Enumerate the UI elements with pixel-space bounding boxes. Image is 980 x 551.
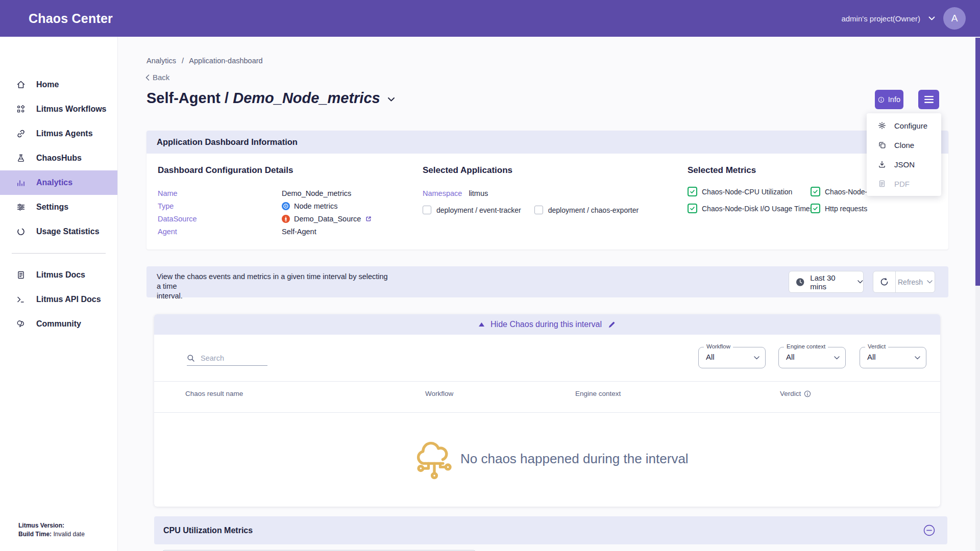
column-header-verdict: Verdict xyxy=(780,390,811,397)
sidebar-item-label: Settings xyxy=(36,203,68,212)
config-value: Demo_Node_metrics xyxy=(282,189,351,197)
chaos-events-card: Hide Chaos during this interval Workflow… xyxy=(154,314,940,507)
refresh-button[interactable] xyxy=(873,271,896,292)
verdict-filter[interactable]: Verdict All xyxy=(860,347,926,368)
external-link-icon[interactable] xyxy=(365,215,372,222)
more-menu-button[interactable] xyxy=(918,90,939,109)
checkbox-http-requests[interactable] xyxy=(811,204,820,213)
filter-value: All xyxy=(786,353,795,361)
engine-context-filter[interactable]: Engine context All xyxy=(778,347,846,368)
search-field xyxy=(187,351,267,366)
page-title: Self-Agent / Demo_Node_metrics xyxy=(146,90,395,107)
breadcrumb-analytics[interactable]: Analytics xyxy=(146,57,176,65)
chaos-center-app: Chaos Center admin's project(Owner) A Ho… xyxy=(0,0,980,551)
checkbox-label: deployment / event-tracker xyxy=(436,206,521,214)
menu-item-label: Configure xyxy=(894,121,927,130)
sidebar-item-litmus-agents[interactable]: Litmus Agents xyxy=(0,121,117,146)
search-icon xyxy=(187,354,195,362)
filter-value: All xyxy=(867,353,876,361)
checkbox-label: Chaos-Node-CPU Utilization xyxy=(702,188,792,196)
title-chevron-down-icon[interactable] xyxy=(387,97,395,102)
info-button[interactable]: Info xyxy=(875,90,903,109)
sidebar-divider xyxy=(12,253,106,254)
clock-icon xyxy=(796,278,804,287)
checkbox-cpu-utilization[interactable] xyxy=(688,187,697,196)
back-button[interactable]: Back xyxy=(145,73,169,82)
sidebar-item-litmus-docs[interactable]: Litmus Docs xyxy=(0,263,117,287)
column-header-label: Verdict xyxy=(780,390,801,397)
sidebar-item-home[interactable]: Home xyxy=(0,72,117,97)
config-row-agent: Agent Self-Agent xyxy=(158,225,372,238)
sidebar-item-analytics[interactable]: Analytics xyxy=(0,170,117,195)
edit-pencil-icon[interactable] xyxy=(608,321,616,329)
config-value: Node metrics xyxy=(294,202,337,210)
breadcrumb-separator: / xyxy=(182,57,184,65)
time-range-value: Last 30 mins xyxy=(810,273,852,291)
checkbox-chaos-exporter[interactable] xyxy=(534,206,543,214)
refresh-split-button: Refresh xyxy=(873,271,935,293)
dashboard-name: Demo_Node_metrics xyxy=(233,90,380,106)
checkbox-disk-io-times[interactable] xyxy=(688,204,697,213)
chevron-down-icon xyxy=(754,356,760,360)
sidebar-item-label: Litmus Docs xyxy=(36,270,85,280)
scrollbar-thumb[interactable] xyxy=(975,38,980,286)
chevron-down-icon xyxy=(915,356,920,360)
community-chat-icon xyxy=(16,319,26,329)
sliders-icon xyxy=(16,202,26,212)
node-metrics-icon xyxy=(282,202,290,210)
copy-icon xyxy=(878,141,886,149)
download-icon xyxy=(878,160,886,168)
build-time-value: Invalid date xyxy=(53,531,84,538)
prometheus-icon xyxy=(282,215,290,223)
menu-item-clone[interactable]: Clone xyxy=(867,135,941,155)
checkbox-disk-io-rw[interactable] xyxy=(811,187,820,196)
refresh-rate-dropdown[interactable]: Refresh xyxy=(896,278,935,286)
checkbox-event-tracker[interactable] xyxy=(423,206,431,214)
project-selector-label[interactable]: admin's project(Owner) xyxy=(841,14,920,23)
sidebar-item-label: ChaosHubs xyxy=(36,154,82,163)
cpu-section-title: CPU Utilization Metrics xyxy=(163,526,253,535)
sidebar-item-chaoshubs[interactable]: ChaosHubs xyxy=(0,146,117,170)
collapse-section-button[interactable] xyxy=(923,524,935,536)
verdict-info-icon[interactable] xyxy=(804,390,811,397)
litmus-version-label: Litmus Version: xyxy=(18,522,64,529)
table-divider xyxy=(154,381,940,382)
column-header-workflow: Workflow xyxy=(425,390,453,397)
sidebar-item-label: Litmus Agents xyxy=(36,129,93,138)
flask-icon xyxy=(16,153,26,163)
menu-item-pdf[interactable]: PDF xyxy=(867,174,941,193)
project-chevron-down-icon[interactable] xyxy=(928,16,935,20)
sidebar-item-usage-statistics[interactable]: Usage Statistics xyxy=(0,219,117,244)
chevron-left-icon xyxy=(145,74,150,81)
menu-item-label: JSON xyxy=(894,160,915,169)
sidebar-item-label: Usage Statistics xyxy=(36,227,100,236)
menu-item-configure[interactable]: Configure xyxy=(867,116,941,135)
agent-name: Self-Agent / xyxy=(146,90,229,106)
hide-chaos-label: Hide Chaos during this interval xyxy=(491,320,602,329)
home-icon xyxy=(16,80,26,90)
config-label: Name xyxy=(158,189,282,197)
back-label: Back xyxy=(153,73,169,82)
breadcrumb: Analytics / Application-dashboard xyxy=(146,57,263,65)
chevron-down-icon xyxy=(857,280,863,284)
avatar[interactable]: A xyxy=(943,7,966,30)
checkbox-label: Http requests xyxy=(825,205,867,213)
menu-item-json[interactable]: JSON xyxy=(867,155,941,174)
hide-chaos-toggle[interactable]: Hide Chaos during this interval xyxy=(154,314,940,335)
sidebar-item-settings[interactable]: Settings xyxy=(0,195,117,219)
build-time-label: Build Time: xyxy=(18,531,52,538)
time-interval-description: View the chaos events and metrics in a g… xyxy=(157,272,391,301)
menu-item-label: Clone xyxy=(894,141,914,149)
table-divider xyxy=(154,412,940,413)
sidebar-item-litmus-workflows[interactable]: Litmus Workflows xyxy=(0,97,117,121)
time-range-selector[interactable]: Last 30 mins xyxy=(789,271,864,293)
workflows-icon xyxy=(16,104,26,114)
sidebar-item-community[interactable]: Community xyxy=(0,312,117,336)
gear-icon xyxy=(878,121,886,130)
workflow-filter[interactable]: Workflow All xyxy=(698,347,766,368)
sidebar: Home Litmus Workflows Litmus Agents Chao… xyxy=(0,37,118,551)
search-input[interactable] xyxy=(200,354,263,363)
sidebar-item-litmus-api-docs[interactable]: Litmus API Docs xyxy=(0,287,117,312)
config-label: DataSource xyxy=(158,215,282,223)
section-title: Dashboard Configuration Details xyxy=(158,165,372,176)
